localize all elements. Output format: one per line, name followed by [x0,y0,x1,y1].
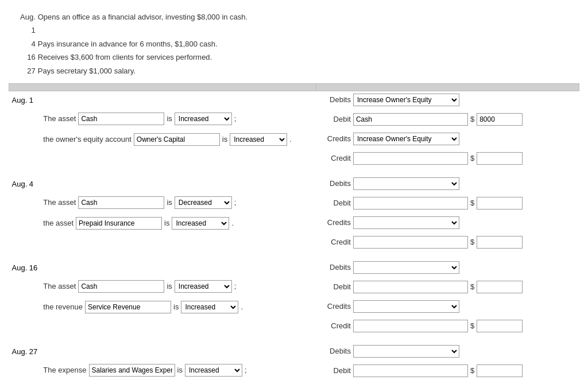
dc-cell: Debits Increase Owner's EquityCashPrepai… [316,175,579,254]
dc-account-select[interactable]: Increase Owner's EquityCashPrepaid Insur… [353,261,459,274]
dc-type-label: Debits [319,95,351,104]
dc-inline-row: Debit $ [319,113,577,126]
dollar-sign: $ [470,366,474,375]
eq-inline-row: the asset is IncreasedDecreasedNo Effect… [43,217,314,230]
eq-is-label: is [164,219,169,227]
eq-sep: ; [234,282,237,290]
dc-account-input[interactable] [353,281,468,293]
eq-effect-select[interactable]: IncreasedDecreasedNo Effect [175,196,232,209]
dc-inline-row: Credit $ [319,152,577,165]
dc-type-label: Debits [319,263,351,272]
dc-account-input[interactable] [353,236,468,249]
dc-inline-row: Credits Increase Owner's EquityCashPrepa… [319,300,577,313]
dc-amount-input[interactable] [477,236,523,249]
main-exercise-table: Aug. 1 The asset is IncreasedDecreasedNo… [9,83,579,380]
dc-amount-input[interactable] [477,281,523,293]
dc-type-label: Debit [319,366,351,375]
eq-effect-select[interactable]: IncreasedDecreasedNo Effect [175,113,232,125]
eq-sep: . [289,135,292,144]
eq-effect-select[interactable]: IncreasedDecreasedNo Effect [185,364,242,377]
dollar-sign: $ [470,321,474,330]
eq-is-label: is [167,282,172,290]
eq-effect-select[interactable]: IncreasedDecreasedNo Effect [175,280,232,293]
dc-amount-input[interactable] [477,197,523,210]
dc-type-label: Credit [319,154,351,162]
eq-account-input[interactable] [85,301,171,313]
dc-account-select[interactable]: Increase Owner's EquityCashPrepaid Insur… [353,133,459,145]
dollar-sign: $ [470,238,474,246]
dc-amount-input[interactable] [477,113,523,126]
dc-type-label: Debit [319,115,351,123]
trans-date: Aug. 1 [20,10,38,37]
eq-effect-select[interactable]: IncreasedDecreasedNo Effect [172,217,229,230]
eq-inline-row: The expense is IncreasedDecreasedNo Effe… [43,364,314,377]
aug-label: Aug. 27 [9,343,41,380]
eq-sep: . [241,303,243,311]
trans-date: 16 [20,51,38,64]
dc-inline-row: Credit $ [319,320,577,332]
dc-inline-row: Debit $ [319,365,577,377]
trans-date: 4 [20,37,38,51]
trans-text: Pays secretary $1,000 salary. [38,64,250,77]
trans-text: Pays insurance in advance for 6 months, … [38,37,250,51]
eq-effect-select[interactable]: IncreasedDecreasedNo Effect [230,133,287,146]
exercise-row: Aug. 1 The asset is IncreasedDecreasedNo… [9,91,579,170]
dc-type-label: Credit [319,238,351,246]
dc-amount-input[interactable] [477,320,523,332]
eq-cell: The asset is IncreasedDecreasedNo Effect… [40,259,316,338]
dc-account-input[interactable] [353,197,468,210]
eq-account-input[interactable] [78,280,164,293]
dc-account-select[interactable]: Increase Owner's EquityCashPrepaid Insur… [353,216,459,229]
dc-inline-row: Credits Increase Owner's EquityCashPrepa… [319,133,577,145]
trans-text: Receives $3,600 from clients for service… [38,51,250,64]
eq-account-input[interactable] [89,364,175,377]
dc-type-label: Debits [319,347,351,355]
eq-sep: ; [245,366,247,374]
eq-cell: The asset is IncreasedDecreasedNo Effect… [40,91,316,170]
dc-type-label: Debit [319,199,351,207]
dollar-sign: $ [470,115,474,123]
dc-amount-input[interactable] [477,365,523,377]
dc-cell: Debits Increase Owner's EquityCashPrepai… [316,343,579,380]
eq-inline-row: The asset is IncreasedDecreasedNo Effect… [43,113,314,125]
eq-account-input[interactable] [78,113,164,125]
eq-account-input[interactable] [76,217,162,230]
eq-is-label: is [167,114,172,123]
dc-account-select[interactable]: Increase Owner's EquityCashPrepaid Insur… [353,94,459,106]
transactions-list: Aug. 1Opens an office as a financial adv… [20,10,579,77]
dc-inline-row: Debits Increase Owner's EquityCashPrepai… [319,261,577,274]
eq-prefix: The asset [43,282,76,290]
eq-prefix: the owner's equity account [43,135,131,144]
eq-sep: . [231,219,234,227]
eq-is-label: is [167,198,172,207]
dc-amount-input[interactable] [477,152,523,165]
dc-account-select[interactable]: Increase Owner's EquityCashPrepaid Insur… [353,345,459,358]
exercise-row: Aug. 27 The expense is IncreasedDecrease… [9,343,579,380]
eq-account-input[interactable] [134,133,220,146]
dc-account-input[interactable] [353,152,468,165]
eq-sep: ; [234,114,237,123]
dc-account-input[interactable] [353,365,468,377]
eq-prefix: the revenue [43,303,83,311]
eq-sep: ; [234,198,237,207]
dc-type-label: Credits [319,302,351,311]
eq-prefix: the asset [43,219,74,227]
aug-label: Aug. 16 [9,259,41,338]
dc-account-input[interactable] [353,113,468,126]
dc-account-select[interactable]: Increase Owner's EquityCashPrepaid Insur… [353,300,459,313]
eq-prefix: The expense [43,366,86,374]
aug-label: Aug. 1 [9,91,41,170]
dc-account-select[interactable]: Increase Owner's EquityCashPrepaid Insur… [353,177,459,190]
exercise-row: Aug. 4 The asset is IncreasedDecreasedNo… [9,175,579,254]
eq-inline-row: The asset is IncreasedDecreasedNo Effect… [43,280,314,293]
dc-account-input[interactable] [353,320,468,332]
dc-inline-row: Credit $ [319,236,577,249]
dc-type-label: Debits [319,179,351,188]
eq-account-input[interactable] [78,196,164,209]
eq-effect-select[interactable]: IncreasedDecreasedNo Effect [181,301,238,313]
dc-cell: Debits Increase Owner's EquityCashPrepai… [316,259,579,338]
eq-inline-row: The asset is IncreasedDecreasedNo Effect… [43,196,314,209]
dc-type-label: Credits [319,134,351,143]
dc-inline-row: Debits Increase Owner's EquityCashPrepai… [319,177,577,190]
dc-inline-row: Debit $ [319,197,577,210]
